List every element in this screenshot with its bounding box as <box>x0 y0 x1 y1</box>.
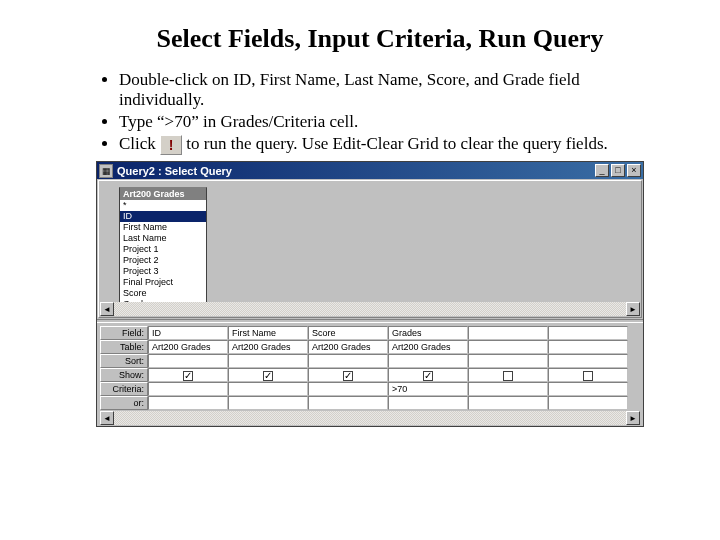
grid-cell-show[interactable] <box>308 368 388 382</box>
window-title: Query2 : Select Query <box>117 165 593 177</box>
instructions-list: Double-click on ID, First Name, Last Nam… <box>95 70 660 155</box>
field-list-item[interactable]: * <box>120 200 206 211</box>
grid-cell-table[interactable]: Art200 Grades <box>228 340 308 354</box>
grid-cell-show[interactable] <box>388 368 468 382</box>
minimize-button[interactable]: _ <box>595 164 609 177</box>
grid-cell-sort[interactable] <box>228 354 308 368</box>
grid-cell-sort[interactable] <box>388 354 468 368</box>
grid-cell-or[interactable] <box>148 396 228 410</box>
grid-row-header: Criteria: <box>100 382 148 396</box>
field-listbox-caption: Art200 Grades <box>120 188 206 200</box>
close-button[interactable]: × <box>627 164 641 177</box>
grid-row-header: or: <box>100 396 148 410</box>
grid-row-header: Table: <box>100 340 148 354</box>
grid-cell-sort[interactable] <box>548 354 628 368</box>
run-query-icon: ! <box>160 135 182 155</box>
grid-cell-criteria[interactable] <box>148 382 228 396</box>
grid-cell-sort[interactable] <box>308 354 388 368</box>
grid-row-header: Field: <box>100 326 148 340</box>
show-checkbox[interactable] <box>343 371 353 381</box>
grid-row-header: Sort: <box>100 354 148 368</box>
grid-cell-or[interactable] <box>388 396 468 410</box>
grid-cell-field[interactable]: Score <box>308 326 388 340</box>
grid-row-header: Show: <box>100 368 148 382</box>
field-list-item[interactable]: Project 1 <box>120 244 206 255</box>
grid-cell-or[interactable] <box>228 396 308 410</box>
scroll-left-icon[interactable]: ◄ <box>100 302 114 316</box>
tables-pane-scrollbar[interactable]: ◄ ► <box>100 302 640 316</box>
field-list-item[interactable]: Project 3 <box>120 266 206 277</box>
grid-cell-field[interactable] <box>548 326 628 340</box>
field-list-item[interactable]: Score <box>120 288 206 299</box>
instruction-item: Double-click on ID, First Name, Last Nam… <box>119 70 660 110</box>
show-checkbox[interactable] <box>503 371 513 381</box>
instruction-item: Type “>70” in Grades/Criteria cell. <box>119 112 660 132</box>
scroll-track[interactable] <box>114 411 626 425</box>
field-list-item[interactable]: Project 2 <box>120 255 206 266</box>
field-listbox[interactable]: Art200 Grades *IDFirst NameLast NameProj… <box>119 187 207 311</box>
window-app-icon: ▦ <box>99 164 113 178</box>
grid-cell-table[interactable]: Art200 Grades <box>388 340 468 354</box>
design-grid-scrollbar[interactable]: ◄ ► <box>100 411 640 425</box>
field-list-item[interactable]: Final Project <box>120 277 206 288</box>
grid-cell-criteria[interactable] <box>228 382 308 396</box>
titlebar[interactable]: ▦ Query2 : Select Query _ □ × <box>97 162 643 179</box>
design-grid-pane: Field:IDFirst NameScoreGradesTable:Art20… <box>98 324 642 425</box>
field-list-item[interactable]: ID <box>120 211 206 222</box>
instructions-block: Double-click on ID, First Name, Last Nam… <box>0 70 720 155</box>
grid-cell-table[interactable] <box>468 340 548 354</box>
grid-cell-show[interactable] <box>468 368 548 382</box>
grid-cell-or[interactable] <box>548 396 628 410</box>
grid-cell-criteria[interactable] <box>548 382 628 396</box>
grid-cell-table[interactable] <box>548 340 628 354</box>
grid-cell-show[interactable] <box>148 368 228 382</box>
grid-cell-field[interactable]: First Name <box>228 326 308 340</box>
grid-cell-criteria[interactable] <box>308 382 388 396</box>
pane-splitter[interactable] <box>97 319 643 323</box>
show-checkbox[interactable] <box>423 371 433 381</box>
grid-cell-or[interactable] <box>308 396 388 410</box>
grid-cell-sort[interactable] <box>468 354 548 368</box>
scroll-left-icon[interactable]: ◄ <box>100 411 114 425</box>
tables-pane[interactable]: Art200 Grades *IDFirst NameLast NameProj… <box>98 180 642 318</box>
grid-cell-table[interactable]: Art200 Grades <box>148 340 228 354</box>
field-list-item[interactable]: Last Name <box>120 233 206 244</box>
grid-cell-criteria[interactable] <box>468 382 548 396</box>
scroll-track[interactable] <box>114 302 626 316</box>
grid-cell-field[interactable]: Grades <box>388 326 468 340</box>
grid-cell-table[interactable]: Art200 Grades <box>308 340 388 354</box>
grid-cell-or[interactable] <box>468 396 548 410</box>
scroll-right-icon[interactable]: ► <box>626 302 640 316</box>
field-list-item[interactable]: First Name <box>120 222 206 233</box>
show-checkbox[interactable] <box>263 371 273 381</box>
design-grid[interactable]: Field:IDFirst NameScoreGradesTable:Art20… <box>100 326 640 410</box>
grid-cell-field[interactable] <box>468 326 548 340</box>
grid-cell-criteria[interactable]: >70 <box>388 382 468 396</box>
show-checkbox[interactable] <box>183 371 193 381</box>
show-checkbox[interactable] <box>583 371 593 381</box>
grid-cell-show[interactable] <box>228 368 308 382</box>
grid-cell-show[interactable] <box>548 368 628 382</box>
instruction-item: Click ! to run the query. Use Edit-Clear… <box>119 134 660 155</box>
query-window: ▦ Query2 : Select Query _ □ × Art200 Gra… <box>96 161 644 427</box>
grid-cell-sort[interactable] <box>148 354 228 368</box>
maximize-button[interactable]: □ <box>611 164 625 177</box>
scroll-right-icon[interactable]: ► <box>626 411 640 425</box>
grid-cell-field[interactable]: ID <box>148 326 228 340</box>
page-title: Select Fields, Input Criteria, Run Query <box>0 24 720 54</box>
